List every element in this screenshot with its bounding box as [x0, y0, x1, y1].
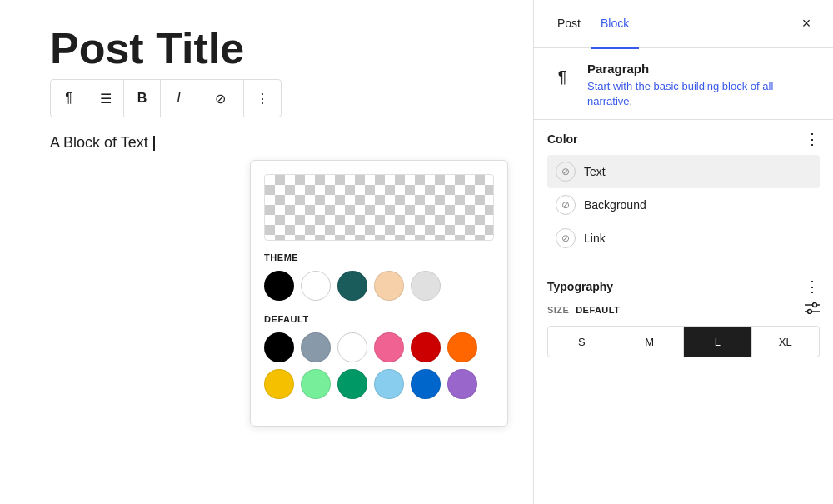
swatch-light-blue[interactable]: [374, 369, 404, 399]
swatch-yellow[interactable]: [264, 369, 294, 399]
swatch-blue[interactable]: [411, 369, 441, 399]
size-label: SIZE: [547, 305, 569, 315]
tab-block[interactable]: Block: [591, 1, 639, 49]
text-color-icon: ⊘: [556, 162, 576, 182]
paragraph-icon: ¶: [65, 91, 72, 106]
background-color-label: Background: [584, 198, 646, 212]
size-settings-button[interactable]: [805, 302, 820, 317]
editor-area: Post Title ¶ ☰ B I ⊘ ⋮ A Block of Text T…: [0, 0, 533, 504]
swatch-mint[interactable]: [301, 369, 331, 399]
size-m-label: M: [645, 336, 654, 348]
color-section-title: Color: [547, 132, 578, 146]
italic-button[interactable]: I: [161, 80, 197, 117]
swatch-peach[interactable]: [374, 271, 404, 301]
block-info: ¶ Paragraph Start with the basic buildin…: [534, 48, 833, 120]
block-text-label: A Block of Text: [50, 134, 148, 152]
more-options-button[interactable]: ⋮: [244, 80, 281, 117]
link-button[interactable]: ⊘: [197, 80, 244, 117]
color-row-text[interactable]: ⊘ Text: [547, 155, 820, 188]
swatch-light-gray[interactable]: [411, 271, 441, 301]
block-description: Start with the basic building block of a…: [587, 79, 820, 109]
theme-label: THEME: [264, 252, 494, 262]
color-row-link[interactable]: ⊘ Link: [547, 222, 820, 255]
size-default-value: DEFAULT: [576, 305, 620, 315]
default-label: DEFAULT: [264, 314, 494, 324]
svg-point-2: [813, 303, 817, 307]
text-color-label: Text: [584, 165, 606, 178]
size-s-label: S: [578, 336, 586, 348]
swatch-default-black[interactable]: [264, 332, 294, 362]
color-section: Color ⋮ ⊘ Text ⊘ Background ⊘ Link: [534, 120, 833, 267]
swatch-orange[interactable]: [447, 332, 477, 362]
right-panel: Post Block × ¶ Paragraph Start with the …: [533, 0, 833, 504]
link-icon: ⊘: [215, 91, 226, 107]
swatch-white[interactable]: [301, 271, 331, 301]
swatch-teal[interactable]: [337, 271, 367, 301]
size-row: SIZE DEFAULT: [547, 302, 820, 317]
size-l-button[interactable]: L: [684, 327, 752, 357]
bold-button[interactable]: B: [124, 80, 161, 117]
swatch-purple[interactable]: [447, 369, 477, 399]
tab-post[interactable]: Post: [547, 1, 591, 49]
align-button[interactable]: ☰: [87, 80, 124, 117]
panel-tabs: Post Block ×: [534, 0, 833, 48]
typography-section-header: Typography ⋮: [547, 279, 820, 294]
size-xl-label: XL: [779, 336, 792, 348]
size-s-button[interactable]: S: [548, 327, 616, 357]
block-text-content[interactable]: A Block of Text: [50, 134, 508, 152]
swatch-gray-blue[interactable]: [301, 332, 331, 362]
size-l-label: L: [715, 336, 721, 348]
size-xl-button[interactable]: XL: [752, 327, 820, 357]
color-row-background[interactable]: ⊘ Background: [547, 188, 820, 222]
size-m-button[interactable]: M: [616, 327, 685, 357]
close-panel-button[interactable]: ×: [793, 11, 820, 37]
theme-swatches: [264, 271, 494, 301]
color-more-button[interactable]: ⋮: [805, 132, 820, 147]
swatch-red[interactable]: [411, 332, 441, 362]
post-title[interactable]: Post Title: [50, 25, 508, 72]
block-toolbar: ¶ ☰ B I ⊘ ⋮: [50, 79, 282, 117]
color-section-header: Color ⋮: [547, 132, 820, 147]
size-buttons: S M L XL: [547, 326, 820, 357]
color-preview-checkered: [264, 174, 494, 241]
svg-point-3: [808, 310, 812, 314]
typography-section-title: Typography: [547, 280, 613, 293]
align-icon: ☰: [100, 91, 112, 107]
default-swatches-row1: [264, 332, 494, 399]
paragraph-tool-button[interactable]: ¶: [51, 80, 87, 117]
swatch-green[interactable]: [337, 369, 367, 399]
link-color-label: Link: [584, 232, 606, 245]
text-cursor: [153, 136, 155, 151]
swatch-default-white[interactable]: [337, 332, 367, 362]
color-picker-popup: THEME DEFAULT: [250, 160, 508, 427]
typography-section: Typography ⋮ SIZE DEFAULT S M: [534, 267, 833, 369]
paragraph-block-icon: ¶: [547, 62, 577, 92]
swatch-pink[interactable]: [374, 332, 404, 362]
swatch-black[interactable]: [264, 271, 294, 301]
block-info-text: Paragraph Start with the basic building …: [587, 62, 820, 109]
typography-more-button[interactable]: ⋮: [805, 279, 820, 294]
link-color-icon: ⊘: [556, 228, 576, 248]
block-name: Paragraph: [587, 62, 820, 76]
background-color-icon: ⊘: [556, 195, 576, 215]
